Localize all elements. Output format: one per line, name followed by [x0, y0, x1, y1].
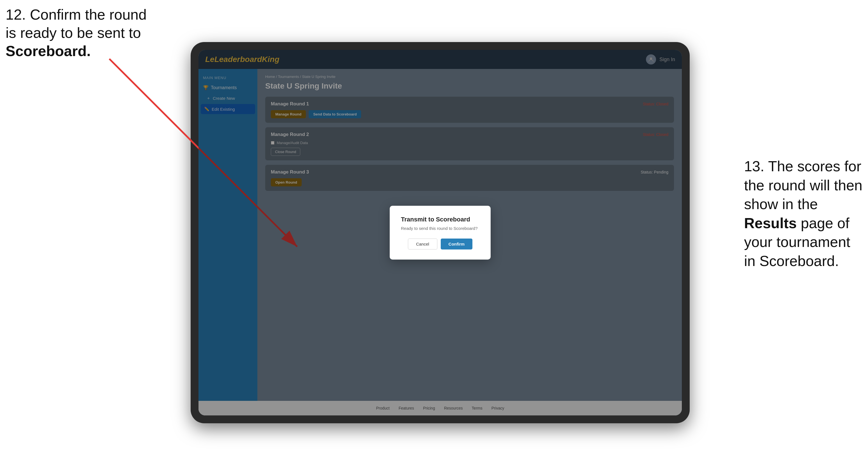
modal-subtitle: Ready to send this round to Scoreboard? [401, 226, 479, 231]
modal-overlay: Transmit to Scoreboard Ready to send thi… [198, 50, 682, 415]
tablet: LeLeaderboardKing Sign In MAIN MENU 🏆 To… [191, 42, 690, 423]
annotation-step-text: 12. Confirm the roundis ready to be sent… [6, 6, 147, 59]
transmit-modal: Transmit to Scoreboard Ready to send thi… [390, 206, 491, 259]
confirm-button[interactable]: Confirm [441, 239, 473, 249]
cancel-button[interactable]: Cancel [408, 239, 437, 249]
annotation-right: 13. The scores forthe round will thensho… [744, 157, 862, 271]
modal-title: Transmit to Scoreboard [401, 216, 479, 223]
tablet-screen: LeLeaderboardKing Sign In MAIN MENU 🏆 To… [198, 50, 682, 415]
annotation-top: 12. Confirm the roundis ready to be sent… [6, 6, 147, 60]
modal-actions: Cancel Confirm [401, 239, 479, 249]
annotation-results-bold: Results [744, 215, 797, 231]
annotation-bold: Scoreboard. [6, 43, 91, 59]
